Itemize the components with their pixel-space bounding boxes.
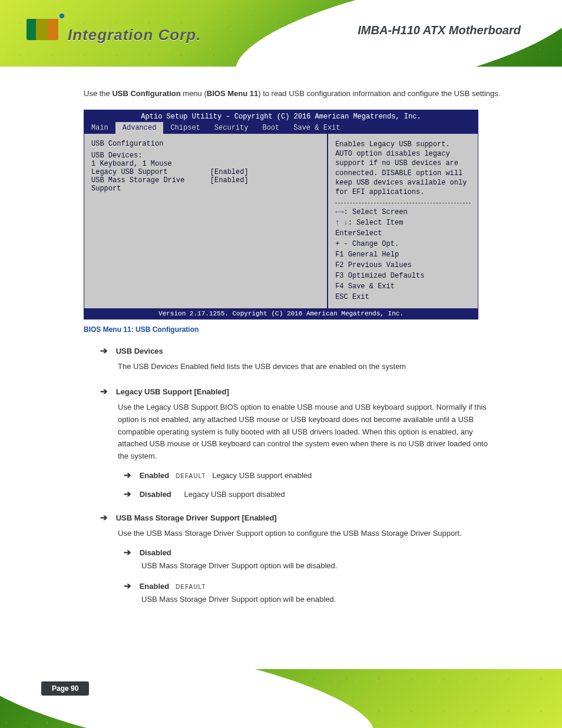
bios-val — [210, 151, 320, 160]
bios-label: USB Mass Storage Drive Support — [91, 176, 210, 193]
sub-option-desc: Legacy USB support enabled — [212, 471, 312, 480]
bios-left-heading: USB Configuration — [91, 140, 320, 148]
sub-option-enabled: ➔ Enabled DEFAULT Legacy USB support ena… — [124, 470, 521, 480]
option-title: USB Mass Storage Driver Support [Enabled… — [116, 513, 277, 522]
bios-row-device-list: 1 Keyboard, 1 Mouse — [91, 160, 320, 168]
bios-help-line-5: F2 Previous Values — [335, 260, 471, 271]
option-title: USB Devices — [116, 347, 163, 355]
option-desc: Use the Legacy USB Support BIOS option t… — [118, 401, 495, 463]
intro-prefix: Use the — [84, 89, 112, 98]
figure-caption: BIOS Menu 11: USB Configuration — [84, 325, 521, 334]
page-header-decoration: Integration Corp. IMBA-H110 ATX Motherbo… — [0, 0, 562, 67]
bios-right-pane: Enables Legacy USB support. AUTO option … — [328, 134, 478, 308]
bios-row-mass-storage[interactable]: USB Mass Storage Drive Support [Enabled] — [91, 176, 320, 193]
option-title: Legacy USB Support [Enabled] — [116, 387, 229, 396]
sub-option-enabled: ➔ Enabled DEFAULT USB Mass Storage Drive… — [124, 581, 521, 606]
bios-body: USB Configuration USB Devices: 1 Keyboar… — [84, 134, 478, 308]
option-head: ➔ Legacy USB Support [Enabled] — [100, 386, 521, 397]
bios-help-line-2: EnterSelect — [335, 228, 471, 239]
option-usb-devices: ➔ USB Devices The USB Devices Enabled fi… — [100, 345, 521, 373]
bios-row-usb-devices: USB Devices: — [91, 151, 320, 160]
bios-help-line-0: ←→: Select Screen — [335, 207, 471, 218]
page-content: Use the USB Configuration menu (BIOS Men… — [0, 67, 562, 683]
intro-suffix-a: menu ( — [181, 89, 207, 98]
intro-suffix-b: ) to read USB configuration information … — [258, 89, 500, 98]
option-desc: The USB Devices Enabled field lists the … — [118, 361, 495, 373]
product-name: IMBA-H110 ATX Motherboard — [358, 24, 521, 37]
right-arrow-icon: ➔ — [124, 470, 131, 480]
bios-help-line-7: F4 Save & Exit — [335, 281, 471, 292]
bios-tab-save-exit[interactable]: Save & Exit — [286, 122, 347, 134]
page-footer-decoration — [0, 669, 562, 728]
sub-option-desc: USB Mass Storage Driver Support option w… — [141, 560, 501, 572]
bios-tab-chipset[interactable]: Chipset — [163, 122, 207, 134]
bios-val: [Enabled] — [210, 176, 320, 193]
vendor-logo-text: Integration Corp. — [68, 26, 201, 44]
sub-option-desc: Legacy USB support disabled — [184, 490, 285, 499]
bios-label: 1 Keyboard, 1 Mouse — [91, 160, 210, 168]
bios-label: USB Devices: — [91, 151, 210, 160]
intro-ref: BIOS Menu 11 — [207, 89, 258, 98]
right-arrow-icon: ➔ — [124, 489, 131, 499]
bios-title: Aptio Setup Utility – Copyright (C) 2016… — [84, 110, 478, 122]
right-arrow-icon: ➔ — [124, 547, 131, 557]
up-down-arrow-icon: ↑ ↓ — [335, 219, 348, 227]
left-right-arrow-icon: ←→ — [335, 208, 343, 216]
page-number: Page 90 — [41, 681, 89, 696]
sub-option-name: Enabled — [140, 471, 170, 480]
bios-row-legacy-usb[interactable]: Legacy USB Support [Enabled] — [91, 168, 320, 176]
bios-footer: Version 2.17.1255. Copyright (C) 2016 Am… — [84, 308, 478, 319]
bios-val — [210, 160, 320, 168]
bios-help-line-8: ESC Exit — [335, 292, 471, 302]
option-desc: Use the USB Mass Storage Driver Support … — [118, 528, 495, 540]
bios-help-desc: Enables Legacy USB support. AUTO option … — [335, 140, 471, 197]
intro-bold: USB Configuration — [112, 89, 180, 98]
right-arrow-icon: ➔ — [100, 512, 108, 522]
right-arrow-icon: ➔ — [124, 581, 131, 591]
sub-option-disabled: ➔ Disabled USB Mass Storage Driver Suppo… — [124, 547, 521, 572]
sub-option-desc: USB Mass Storage Driver Support option w… — [141, 594, 501, 606]
right-arrow-icon: ➔ — [100, 386, 108, 396]
bios-help-line-1: ↑ ↓: Select Item — [335, 218, 471, 228]
sub-option-disabled: ➔ Disabled Legacy USB support disabled — [124, 489, 521, 499]
sub-option-name: Disabled — [140, 490, 171, 499]
right-arrow-icon: ➔ — [100, 345, 108, 355]
vendor-logo — [27, 19, 64, 50]
bios-tab-boot[interactable]: Boot — [255, 122, 286, 134]
bios-help-line-6: F3 Optimized Defaults — [335, 271, 471, 281]
default-tag: DEFAULT — [176, 584, 206, 590]
bios-tab-row: Main Advanced Chipset Security Boot Save… — [84, 122, 478, 134]
intro-sentence: Use the USB Configuration menu (BIOS Men… — [84, 89, 521, 98]
bios-left-pane: USB Configuration USB Devices: 1 Keyboar… — [84, 134, 328, 308]
bios-label: Legacy USB Support — [91, 168, 210, 176]
bios-screenshot: Aptio Setup Utility – Copyright (C) 2016… — [84, 110, 478, 319]
bios-tab-main[interactable]: Main — [84, 122, 115, 134]
option-head: ➔ USB Mass Storage Driver Support [Enabl… — [100, 512, 521, 523]
footer-swoosh — [0, 669, 382, 728]
bios-help-line-4: F1 General Help — [335, 249, 471, 260]
bios-tab-advanced[interactable]: Advanced — [115, 122, 164, 134]
bios-val: [Enabled] — [210, 168, 320, 176]
sub-option-name: Enabled — [140, 582, 170, 591]
option-head: ➔ USB Devices — [100, 345, 521, 356]
bios-tab-security[interactable]: Security — [207, 122, 256, 134]
bios-help-line-3: + - Change Opt. — [335, 239, 471, 249]
option-legacy-usb: ➔ Legacy USB Support [Enabled] Use the L… — [100, 386, 521, 499]
default-tag: DEFAULT — [176, 473, 206, 479]
sub-option-name: Disabled — [140, 548, 171, 557]
option-mass-storage: ➔ USB Mass Storage Driver Support [Enabl… — [100, 512, 521, 605]
